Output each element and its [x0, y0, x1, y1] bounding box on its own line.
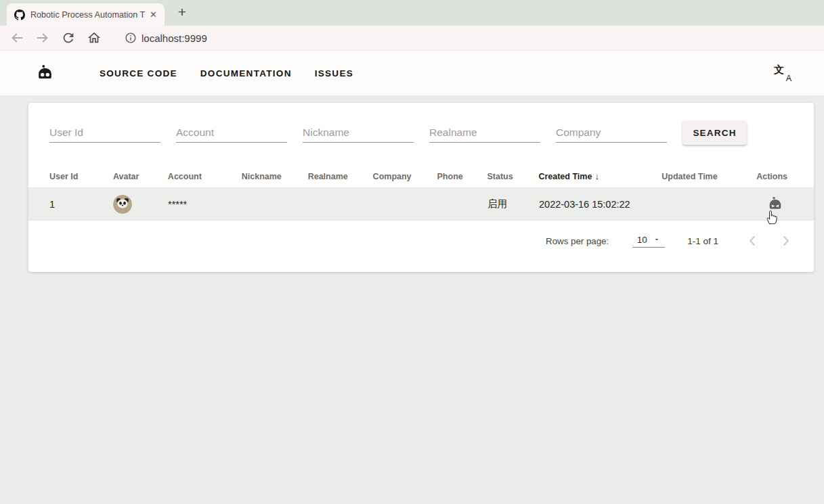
header-account: Account — [168, 172, 242, 181]
next-page-icon[interactable] — [778, 233, 794, 249]
app-navbar: SOURCE CODE DOCUMENTATION ISSUES 文 A — [0, 51, 824, 95]
row-action-button[interactable] — [767, 196, 783, 212]
table-header-row: User Id Avatar Account Nickname Realname… — [28, 165, 814, 188]
header-status: Status — [487, 172, 538, 181]
cell-status: 启用 — [487, 198, 539, 210]
nav-link-issues[interactable]: ISSUES — [315, 68, 353, 78]
search-filter-row: SEARCH — [28, 103, 814, 145]
header-realname: Realname — [308, 172, 373, 181]
nav-link-documentation[interactable]: DOCUMENTATION — [200, 68, 292, 78]
home-icon[interactable] — [87, 30, 102, 45]
rows-per-page-value: 10 — [637, 235, 647, 245]
back-icon[interactable] — [9, 30, 24, 45]
user-table-card: SEARCH User Id Avatar Account Nickname R… — [28, 103, 814, 272]
header-company: Company — [373, 172, 437, 181]
nav-link-source-code[interactable]: SOURCE CODE — [100, 68, 177, 78]
github-favicon-icon — [14, 9, 25, 20]
pagination-range: 1-1 of 1 — [687, 236, 718, 246]
page-content: SEARCH User Id Avatar Account Nickname R… — [0, 95, 824, 504]
previous-page-icon[interactable] — [744, 233, 760, 249]
browser-window: { "browser": { "tab": { "title": "Roboti… — [0, 0, 824, 504]
header-created-time[interactable]: Created Time↓ — [538, 171, 662, 181]
browser-toolbar: localhost:9999 — [0, 26, 824, 51]
header-updated-time: Updated Time — [662, 172, 756, 181]
nav-links: SOURCE CODE DOCUMENTATION ISSUES — [100, 68, 353, 78]
page-info-icon[interactable] — [125, 32, 137, 44]
cell-account: ***** — [168, 199, 242, 210]
realname-input[interactable] — [429, 122, 540, 143]
cell-user-id: 1 — [49, 199, 113, 210]
header-avatar: Avatar — [113, 172, 168, 181]
pagination-bar: Rows per page: 10 1-1 of 1 — [28, 221, 814, 261]
cell-actions — [757, 196, 814, 212]
browser-tab[interactable]: Robotic Process Automation T ✕ — [7, 3, 165, 26]
forward-icon[interactable] — [35, 30, 50, 45]
address-bar[interactable]: localhost:9999 — [142, 32, 207, 44]
panda-avatar — [113, 195, 132, 214]
caret-down-icon — [653, 235, 661, 244]
robot-icon — [767, 196, 783, 212]
sort-desc-icon: ↓ — [594, 171, 599, 181]
cell-avatar — [113, 195, 168, 214]
search-button[interactable]: SEARCH — [682, 120, 747, 145]
rows-per-page-select[interactable]: 10 — [632, 235, 665, 248]
header-phone: Phone — [437, 172, 487, 181]
user-id-input[interactable] — [49, 122, 160, 143]
rows-per-page-label: Rows per page: — [546, 236, 609, 246]
nickname-input[interactable] — [303, 122, 414, 143]
reload-icon[interactable] — [61, 30, 76, 45]
browser-tab-strip: Robotic Process Automation T ✕ + — [0, 0, 824, 26]
header-nickname: Nickname — [242, 172, 308, 181]
cell-created-time: 2022-03-16 15:02:22 — [539, 199, 662, 210]
tab-close-icon[interactable]: ✕ — [148, 9, 159, 20]
header-actions: Actions — [756, 172, 814, 181]
account-input[interactable] — [176, 122, 287, 143]
company-input[interactable] — [556, 122, 667, 143]
header-user-id: User Id — [49, 172, 113, 181]
table-row[interactable]: 1 ***** — [28, 188, 814, 221]
new-tab-button[interactable]: + — [173, 3, 192, 22]
translate-icon[interactable]: 文 A — [774, 65, 792, 81]
robot-logo-icon[interactable] — [36, 64, 54, 83]
tab-title: Robotic Process Automation T — [30, 10, 148, 20]
